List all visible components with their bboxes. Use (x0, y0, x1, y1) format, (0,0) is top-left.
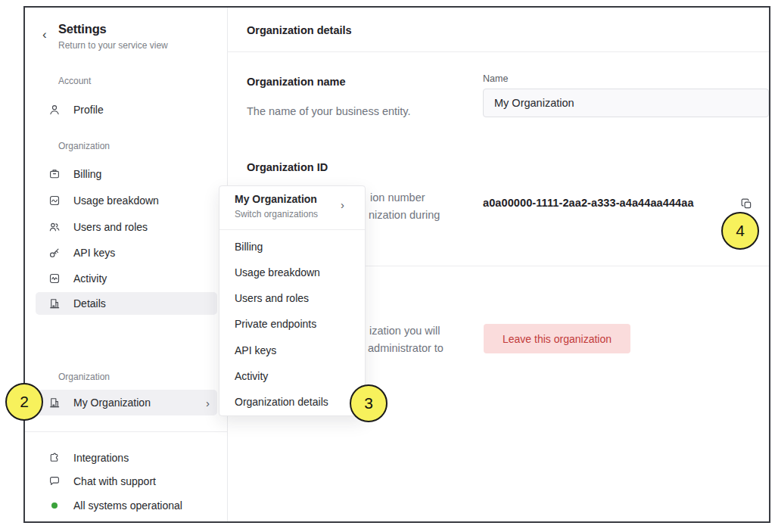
org-id-description-fragment: nization during (369, 207, 440, 224)
screenshot-stage: ‹ Settings Return to your service view A… (0, 0, 775, 532)
org-name-description: The name of your business entity. (247, 105, 411, 117)
puzzle-icon (48, 451, 61, 465)
sidebar-item-integrations[interactable]: Integrations (36, 446, 217, 469)
org-id-description-fragment: ion number (370, 189, 425, 207)
sidebar-item-label: Integrations (73, 452, 129, 464)
section-label-organization-switcher: Organization (58, 372, 110, 382)
chat-bubble-icon (48, 474, 61, 488)
sidebar-item-users-and-roles[interactable]: Users and roles (36, 216, 217, 238)
section-label-organization: Organization (58, 141, 110, 151)
back-chevron-icon[interactable]: ‹ (42, 28, 47, 41)
dropdown-item-usage-breakdown[interactable]: Usage breakdown (219, 260, 365, 285)
sidebar-item-system-status[interactable]: All systems operational (36, 494, 217, 517)
status-dot-icon (48, 499, 61, 512)
sidebar-item-api-keys[interactable]: API keys (36, 241, 217, 264)
sidebar-item-label: My Organization (73, 397, 151, 409)
sidebar-divider (25, 431, 227, 432)
sidebar-item-label: Activity (73, 272, 107, 285)
annotation-badge-4: 4 (721, 212, 759, 250)
sidebar-item-label: Usage breakdown (73, 194, 159, 207)
sidebar-item-billing[interactable]: Billing (36, 163, 217, 185)
leave-description-fragment: ization you will (369, 322, 440, 340)
org-name-title: Organization name (247, 76, 346, 88)
building-icon (48, 396, 61, 409)
dropdown-item-api-keys[interactable]: API keys (219, 338, 365, 363)
activity-icon (48, 272, 61, 285)
sidebar-item-usage-breakdown[interactable]: Usage breakdown (36, 189, 217, 212)
sidebar-subtitle[interactable]: Return to your service view (58, 40, 168, 51)
app-window: ‹ Settings Return to your service view A… (23, 6, 770, 523)
sidebar-item-details[interactable]: Details (36, 292, 217, 315)
sidebar-item-label: Profile (73, 104, 104, 116)
dropdown-divider (219, 229, 365, 230)
section-label-account: Account (58, 76, 91, 86)
status-label: All systems operational (73, 499, 182, 512)
settings-sidebar: ‹ Settings Return to your service view A… (25, 8, 228, 521)
dropdown-item-organization-details[interactable]: Organization details (219, 389, 365, 415)
dropdown-org-name[interactable]: My Organization (235, 193, 317, 205)
organization-switcher-dropdown: My Organization › Switch organizations B… (219, 185, 366, 416)
sidebar-item-label: Billing (73, 168, 101, 180)
sidebar-item-label: Users and roles (73, 221, 148, 233)
person-icon (48, 103, 61, 117)
billing-icon (48, 167, 61, 181)
key-icon (48, 246, 61, 260)
dropdown-subtitle: Switch organizations (235, 209, 318, 219)
page-title: Organization details (247, 24, 352, 36)
annotation-badge-2: 2 (5, 383, 43, 421)
dropdown-item-billing[interactable]: Billing (219, 234, 365, 260)
dropdown-item-private-endpoints[interactable]: Private endpoints (219, 311, 365, 337)
chevron-right-icon: › (206, 397, 210, 409)
sidebar-item-label: API keys (73, 247, 115, 259)
building-icon (48, 297, 61, 310)
users-icon (48, 220, 61, 234)
leave-description-fragment: administrator to (368, 340, 444, 357)
leave-organization-button[interactable]: Leave this organization (484, 324, 630, 353)
chevron-right-icon[interactable]: › (341, 198, 344, 211)
organization-name-input[interactable] (483, 89, 769, 117)
dropdown-item-users-and-roles[interactable]: Users and roles (219, 285, 365, 311)
copy-icon[interactable] (738, 195, 755, 212)
sidebar-item-label: Chat with support (73, 475, 156, 487)
annotation-badge-3: 3 (350, 384, 388, 422)
organization-id-value: a0a00000-1111-2aa2-a333-a4a44aa444aa (483, 197, 694, 209)
sidebar-item-profile[interactable]: Profile (36, 98, 217, 121)
usage-chart-icon (48, 194, 61, 207)
sidebar-item-activity[interactable]: Activity (36, 267, 217, 290)
name-field-label: Name (483, 73, 508, 84)
sidebar-item-chat-support[interactable]: Chat with support (36, 470, 217, 493)
org-id-title: Organization ID (247, 161, 328, 173)
sidebar-item-label: Details (73, 297, 106, 310)
dropdown-item-activity[interactable]: Activity (219, 363, 365, 389)
header-divider (228, 51, 769, 52)
sidebar-item-my-organization[interactable]: My Organization › (36, 390, 217, 415)
sidebar-title: Settings (58, 22, 107, 36)
